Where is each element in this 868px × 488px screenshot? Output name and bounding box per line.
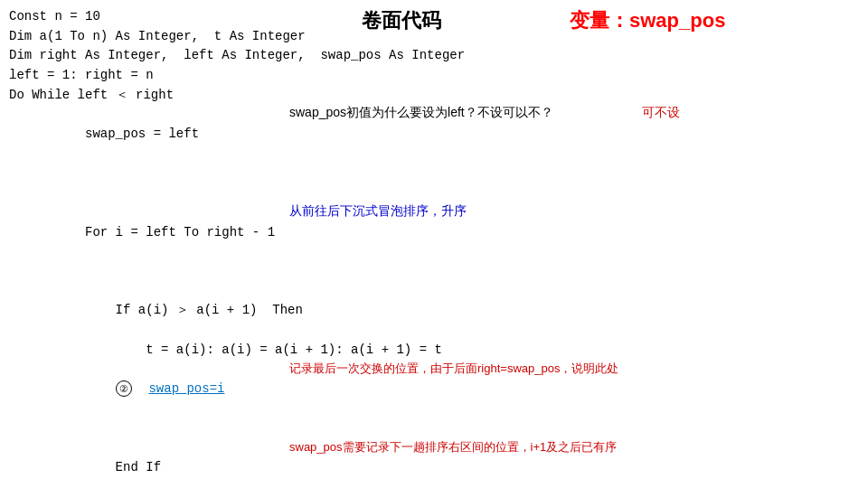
- code-line-4: left = 1: right = n: [9, 66, 465, 86]
- main-container: 卷面代码 变量：swap_pos Const n = 10 Dim a(1 To…: [0, 0, 868, 488]
- code-line-8: If a(i) ＞ a(i + 1) Then: [9, 282, 465, 321]
- record-note1: 记录最后一次交换的位置，由于后面right=swap_pos，说明此处: [289, 360, 618, 378]
- swap-pos-answer: 可不设: [642, 103, 680, 123]
- code-block: Const n = 10 Dim a(1 To n) As Integer, t…: [9, 7, 465, 488]
- code-line-2: Dim a(1 To n) As Integer, t As Integer: [9, 27, 465, 47]
- record-note2: swap_pos需要记录下一趟排序右区间的位置，i+1及之后已有序: [289, 438, 617, 456]
- code-line-9: t = a(i): a(i) = a(i + 1): a(i + 1) = t: [9, 321, 465, 360]
- swap-pos-i: swap_pos=i: [148, 381, 224, 396]
- code-line-10: ② swap_pos=i 记录最后一次交换的位置，由于后面right=swap_…: [9, 360, 465, 438]
- code-line-3: Dim right As Integer, left As Integer, s…: [9, 46, 465, 66]
- for1-comment: 从前往后下沉式冒泡排序，升序: [289, 202, 467, 221]
- code-line-1: Const n = 10: [9, 7, 465, 27]
- code-line-6: swap_pos = left swap_pos初值为什么要设为left？不设可…: [9, 105, 465, 202]
- code-line-11: End If swap_pos需要记录下一趟排序右区间的位置，i+1及之后已有序: [9, 438, 465, 488]
- code-line-7: For i = left To right - 1 从前往后下沉式冒泡排序，升序: [9, 203, 465, 282]
- circle-2: ②: [116, 380, 132, 397]
- code-line-5: Do While left ＜ right: [9, 86, 465, 106]
- swap-pos-question: swap_pos初值为什么要设为left？不设可以不？: [289, 103, 553, 123]
- var-title: 变量：swap_pos: [570, 7, 725, 34]
